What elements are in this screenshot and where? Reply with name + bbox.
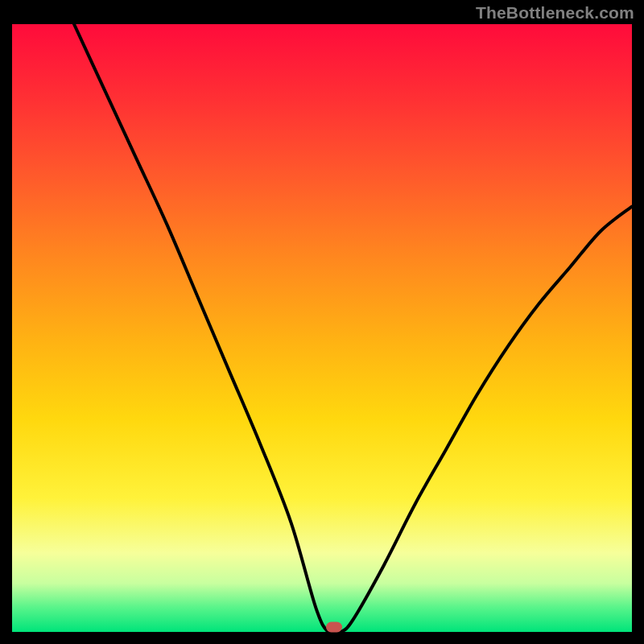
chart-stage: TheBottleneck.com [0,0,644,644]
curve-svg [12,24,632,632]
attribution-text: TheBottleneck.com [476,3,634,23]
min-marker [326,622,342,633]
bottleneck-curve [74,24,632,632]
plot-area [12,24,632,632]
